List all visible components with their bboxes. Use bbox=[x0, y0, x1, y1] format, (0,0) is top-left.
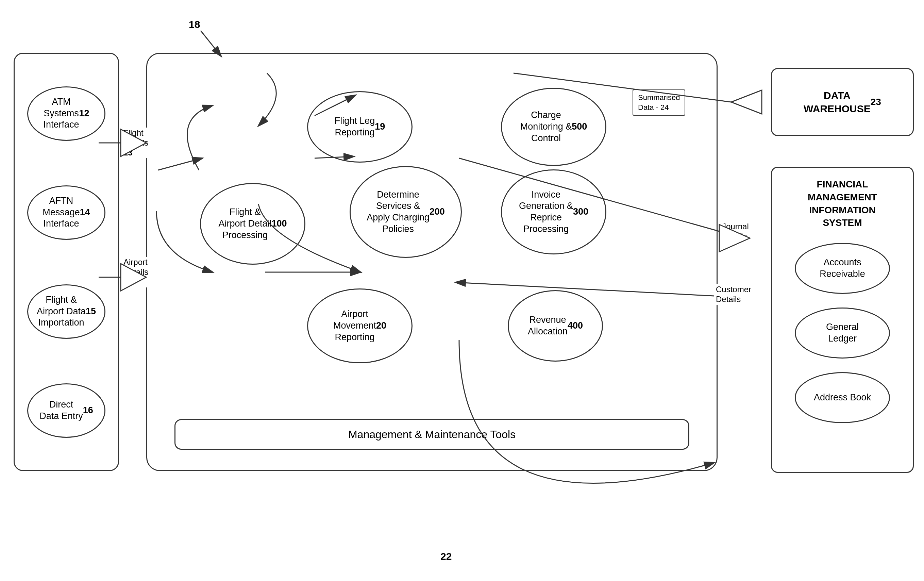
address-book-oval: Address Book bbox=[795, 372, 890, 423]
data-warehouse-box: DATAWAREHOUSE23 bbox=[771, 68, 914, 136]
label-18: 18 bbox=[189, 19, 200, 30]
revenue-allocation-oval: RevenueAllocation400 bbox=[508, 290, 603, 361]
summarised-data-box: SummarisedData - 24 bbox=[632, 89, 685, 116]
journal-details-label: JournalDetails bbox=[720, 221, 751, 242]
airport-details-label: AirportDetails17 bbox=[122, 257, 150, 287]
svg-marker-12 bbox=[731, 90, 762, 114]
general-ledger-oval: GeneralLedger bbox=[795, 307, 890, 358]
svg-line-3 bbox=[201, 31, 221, 56]
mgmt-bar: Management & Maintenance Tools bbox=[175, 419, 689, 450]
accounts-receivable-oval: AccountsReceivable bbox=[795, 243, 890, 294]
airport-movement-oval: AirportMovementReporting20 bbox=[307, 289, 412, 363]
atm-systems-oval: ATMSystemsInterface12 bbox=[27, 86, 106, 141]
invoice-gen-oval: InvoiceGeneration &RepriceProcessing300 bbox=[501, 169, 606, 254]
label-22: 22 bbox=[441, 551, 452, 562]
fmis-title: FINANCIALMANAGEMENTINFORMATIONSYSTEM bbox=[808, 178, 877, 229]
direct-data-entry-oval: DirectData Entry16 bbox=[27, 383, 106, 438]
left-panel: ATMSystemsInterface12 AFTNMessageInterfa… bbox=[13, 53, 119, 471]
main-panel: Flight LegReporting19 Flight &Airport De… bbox=[146, 53, 718, 471]
diagram-container: 18 ATMSystemsInterface12 AFTNMessageInte… bbox=[0, 0, 924, 581]
determine-services-oval: DetermineServices &Apply ChargingPolicie… bbox=[350, 166, 462, 258]
flight-details-label: FlightDetails13 bbox=[122, 127, 150, 158]
customer-details-label: CustomerDetails bbox=[714, 284, 753, 305]
fmis-box: FINANCIALMANAGEMENTINFORMATIONSYSTEM Acc… bbox=[771, 167, 914, 473]
flight-airport-detail-oval: Flight &Airport DetailProcessing100 bbox=[200, 183, 305, 265]
charge-monitoring-oval: ChargeMonitoring &Control500 bbox=[501, 88, 606, 166]
flight-airport-data-oval: Flight &Airport DataImportation15 bbox=[27, 284, 106, 339]
aftn-message-oval: AFTNMessageInterface14 bbox=[27, 185, 106, 240]
flight-leg-reporting-oval: Flight LegReporting19 bbox=[307, 91, 412, 163]
